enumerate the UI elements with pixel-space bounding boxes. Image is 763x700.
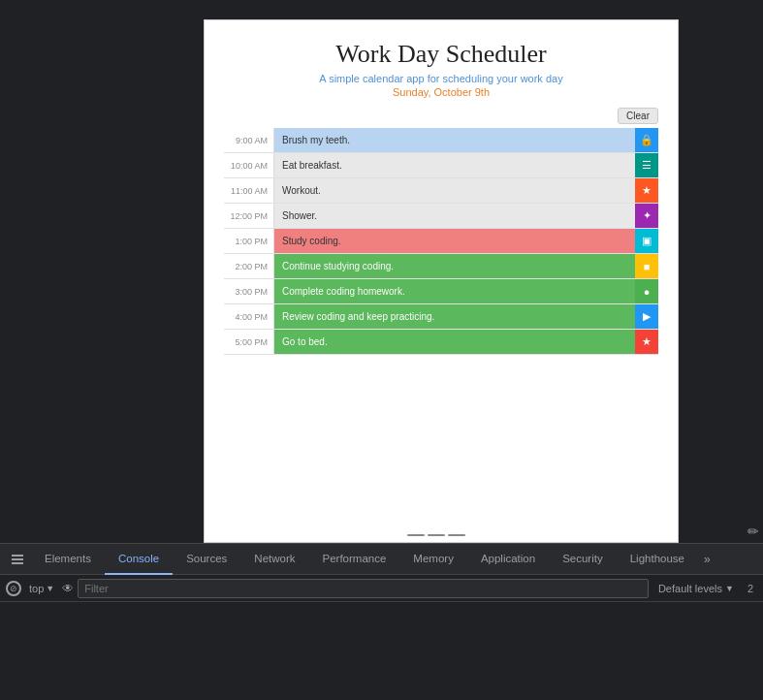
- devtools-menu-icon[interactable]: [4, 546, 31, 573]
- time-label: 5:00 PM: [224, 330, 274, 354]
- browser-frame: Work Day Scheduler A simple calendar app…: [0, 0, 763, 700]
- task-label[interactable]: Continue studying coding.: [274, 254, 635, 278]
- tab-network[interactable]: Network: [240, 544, 308, 575]
- time-label: 3:00 PM: [224, 279, 274, 303]
- time-label: 4:00 PM: [224, 304, 274, 329]
- page-header: Work Day Scheduler A simple calendar app…: [205, 20, 678, 108]
- drag-line-1: [407, 534, 425, 536]
- tab-elements[interactable]: Elements: [31, 544, 105, 575]
- tab-console[interactable]: Console: [105, 544, 173, 575]
- time-label: 9:00 AM: [224, 128, 274, 152]
- action-button[interactable]: ★: [635, 178, 658, 203]
- table-row: 12:00 PMShower.✦: [224, 204, 658, 229]
- tab-memory[interactable]: Memory: [399, 544, 467, 575]
- clear-button[interactable]: Clear: [618, 108, 658, 124]
- tab-performance[interactable]: Performance: [309, 544, 400, 575]
- drag-line-3: [448, 534, 465, 536]
- levels-chevron-icon: ▼: [725, 584, 734, 593]
- time-label: 12:00 PM: [224, 204, 274, 228]
- task-label[interactable]: Brush my teeth.: [274, 128, 635, 152]
- task-label[interactable]: Complete coding homework.: [274, 279, 635, 303]
- page-subtitle: A simple calendar app for scheduling you…: [205, 73, 678, 84]
- action-button[interactable]: ☰: [635, 153, 658, 177]
- table-row: 3:00 PMComplete coding homework.●: [224, 279, 658, 304]
- table-row: 1:00 PMStudy coding.▣: [224, 229, 658, 254]
- time-label: 11:00 AM: [224, 178, 274, 203]
- no-entry-icon[interactable]: ⊘: [6, 581, 21, 596]
- action-button[interactable]: ★: [635, 330, 658, 354]
- eye-icon[interactable]: 👁: [62, 582, 74, 595]
- tab-lighthouse[interactable]: Lighthouse: [617, 544, 698, 575]
- action-button[interactable]: ●: [635, 279, 658, 303]
- devtools-toolbar: ⊘ top ▼ 👁 Default levels ▼ 2: [0, 575, 763, 602]
- action-button[interactable]: ▶: [635, 304, 658, 329]
- action-button[interactable]: ✦: [635, 204, 658, 228]
- pencil-icon[interactable]: ✏: [747, 524, 759, 539]
- page-title: Work Day Scheduler: [205, 40, 678, 69]
- time-label: 1:00 PM: [224, 229, 274, 253]
- more-tabs-button[interactable]: »: [698, 553, 716, 566]
- tab-security[interactable]: Security: [549, 544, 617, 575]
- task-label[interactable]: Eat breakfast.: [274, 153, 635, 177]
- table-row: 10:00 AMEat breakfast.☰: [224, 153, 658, 178]
- drag-handle[interactable]: [407, 528, 465, 542]
- task-label[interactable]: Go to bed.: [274, 330, 635, 354]
- tab-sources[interactable]: Sources: [173, 544, 240, 575]
- table-row: 2:00 PMContinue studying coding.■: [224, 254, 658, 279]
- action-button[interactable]: ■: [635, 254, 658, 278]
- svg-rect-0: [12, 555, 23, 557]
- table-row: 9:00 AMBrush my teeth.🔒: [224, 128, 658, 153]
- devtools-panel: Elements Console Sources Network Perform…: [0, 543, 763, 700]
- action-button[interactable]: 🔒: [635, 128, 658, 152]
- scheduler-header: Clear: [224, 108, 658, 124]
- table-row: 5:00 PMGo to bed.★: [224, 330, 658, 355]
- action-button[interactable]: ▣: [635, 229, 658, 253]
- default-levels-button[interactable]: Default levels ▼: [652, 581, 740, 596]
- console-content: [0, 602, 763, 699]
- time-label: 10:00 AM: [224, 153, 274, 177]
- context-chevron-icon: ▼: [46, 584, 54, 593]
- context-label: top: [29, 583, 44, 594]
- task-label[interactable]: Shower.: [274, 204, 635, 228]
- filter-input[interactable]: [78, 579, 649, 598]
- devtools-tabs: Elements Console Sources Network Perform…: [0, 544, 763, 575]
- context-selector[interactable]: top ▼: [25, 581, 58, 596]
- levels-label: Default levels: [658, 583, 722, 594]
- svg-rect-1: [12, 558, 23, 560]
- count-badge: 2: [744, 583, 757, 594]
- table-row: 11:00 AMWorkout.★: [224, 178, 658, 204]
- drag-line-2: [428, 534, 445, 536]
- task-label[interactable]: Study coding.: [274, 229, 635, 253]
- task-label[interactable]: Review coding and keep practicing.: [274, 304, 635, 329]
- tab-application[interactable]: Application: [467, 544, 549, 575]
- page-container: Work Day Scheduler A simple calendar app…: [204, 19, 679, 543]
- svg-rect-2: [12, 562, 23, 564]
- schedule-rows: 9:00 AMBrush my teeth.🔒10:00 AMEat break…: [224, 128, 658, 355]
- task-label[interactable]: Workout.: [274, 178, 635, 203]
- scheduler: Clear 9:00 AMBrush my teeth.🔒10:00 AMEat…: [224, 108, 658, 355]
- page-date: Sunday, October 9th: [205, 86, 678, 98]
- table-row: 4:00 PMReview coding and keep practicing…: [224, 304, 658, 330]
- time-label: 2:00 PM: [224, 254, 274, 278]
